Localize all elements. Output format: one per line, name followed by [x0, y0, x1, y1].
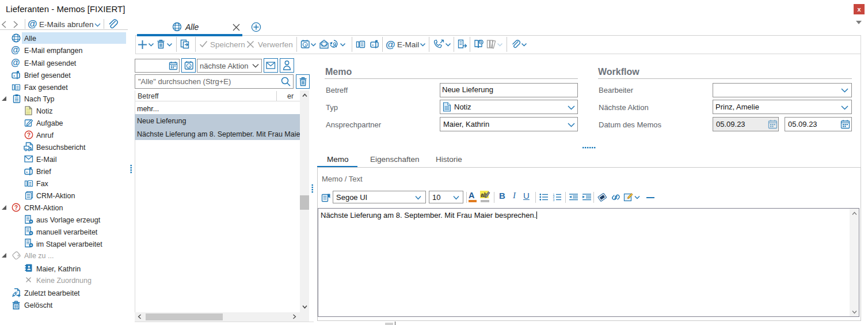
svg-text:?: ? — [27, 131, 31, 138]
svg-text:?: ? — [14, 205, 18, 211]
svg-text:3: 3 — [553, 198, 555, 202]
